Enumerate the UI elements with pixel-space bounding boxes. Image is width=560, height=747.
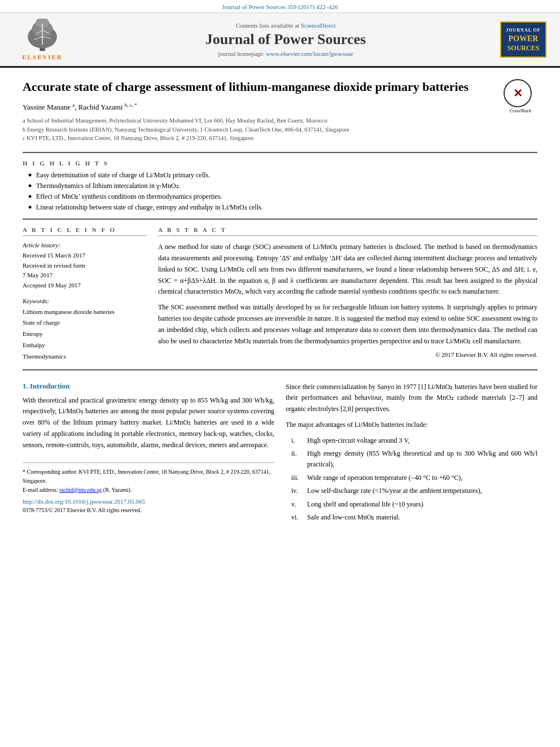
keyword-item: State of charge — [23, 317, 147, 329]
author-yazami: Rachid Yazami b, c, * — [78, 103, 137, 111]
received-date: Received 15 March 2017 — [23, 251, 147, 261]
highlights-section: H I G H L I G H T S Easy determination o… — [23, 160, 537, 212]
body-right-column: Since their commercialization by Sanyo i… — [286, 382, 537, 526]
journal-title: Journal of Power Sources — [73, 31, 498, 48]
body-left-column: 1. Introduction With theoretical and pra… — [23, 382, 274, 526]
journal-logo-right: JOURNAL OF POWER SOURCES — [498, 21, 549, 57]
issn-line: 0378-7753/© 2017 Elsevier B.V. All right… — [23, 507, 274, 513]
advantage-text-vi: Safe and low-cost MnO₂ material. — [307, 513, 400, 521]
keyword-item: Entropy — [23, 329, 147, 340]
journal-center: Contents lists available at ScienceDirec… — [73, 22, 498, 57]
roman-numeral-i: i. — [291, 435, 295, 446]
article-info-label: A R T I C L E I N F O — [23, 226, 147, 236]
advantage-item-iv: iv. Low self-discharge rate (<1%/year at… — [291, 486, 537, 496]
doi-link[interactable]: http://dx.doi.org/10.1016/j.jpowsour.201… — [23, 498, 274, 505]
badge-power-word: POWER — [506, 34, 540, 44]
copyright-line: © 2017 Elsevier B.V. All rights reserved… — [158, 351, 537, 358]
highlights-list: Easy determination of state of charge of… — [23, 171, 537, 212]
keyword-item: Thermodynamics — [23, 351, 147, 362]
advantages-intro: The major advantages of Li/MnO₂ batterie… — [286, 420, 537, 431]
roman-numeral-iii: iii. — [291, 473, 299, 483]
email-line: E-mail address: rachid@ntu.edu.sg (R. Ya… — [23, 486, 274, 495]
advantage-item-vi: vi. Safe and low-cost MnO₂ material. — [291, 512, 537, 523]
badge-journal-label: JOURNAL OF — [506, 28, 540, 33]
highlight-item: Thermodynamics of lithium intercalation … — [28, 182, 537, 190]
authors: Yassine Manane a, Rachid Yazami b, c, * — [23, 102, 537, 112]
intro-paragraph-2: Since their commercialization by Sanyo i… — [286, 382, 537, 415]
journal-citation: Journal of Power Sources 359 (2017) 422–… — [0, 0, 560, 13]
journal-header: ELSEVIER Contents lists available at Sci… — [0, 13, 560, 68]
advantage-text-i: High open-circuit voltage around 3 V, — [307, 436, 410, 444]
highlight-item: Easy determination of state of charge of… — [28, 171, 537, 180]
badge-sources-word: SOURCES — [508, 44, 540, 52]
intro-paragraph-1: With theoretical and practical gravimetr… — [23, 395, 274, 451]
advantage-text-iii: Wide range of operation temperature (−40… — [307, 474, 462, 482]
abstract-text: A new method for state of charge (SOC) a… — [158, 242, 537, 347]
abstract-paragraph-1: A new method for state of charge (SOC) a… — [158, 242, 537, 298]
intro-heading: 1. Introduction — [23, 382, 274, 391]
keywords-list: Lithium manganese dioxide batteries Stat… — [23, 307, 147, 362]
email-label: E-mail address: — [23, 487, 58, 493]
abstract-column: A B S T R A C T A new method for state o… — [158, 226, 537, 362]
keywords-section: Keywords: Lithium manganese dioxide batt… — [23, 298, 147, 362]
crossmark-icon: ✕ — [504, 79, 532, 107]
divider-after-affiliations — [23, 152, 537, 153]
email-suffix: (R. Yazami). — [103, 487, 132, 493]
roman-numeral-vi: vi. — [291, 512, 298, 523]
affiliations: a School of Industrial Management, Polyt… — [23, 116, 537, 143]
roman-numeral-iv: iv. — [291, 486, 298, 496]
homepage-line: journal homepage: www.elsevier.com/locat… — [73, 50, 498, 57]
highlight-item: Effect of MnO₂' synthesis conditions on … — [28, 193, 537, 201]
roman-numeral-ii: ii. — [291, 448, 297, 459]
abstract-label: A B S T R A C T — [158, 226, 537, 236]
corresponding-author-note: * Corresponding author. KVI PTE, LTD., I… — [23, 468, 274, 486]
advantages-list: i. High open-circuit voltage around 3 V,… — [286, 435, 537, 523]
main-content: Accurate state of charge assessment of l… — [0, 68, 560, 537]
advantage-text-v: Long shelf and operational life (~10 yea… — [307, 500, 423, 508]
article-title-text: Accurate state of charge assessment of l… — [23, 80, 469, 94]
divider-after-abstract — [23, 369, 537, 370]
science-direct-link[interactable]: ScienceDirect — [301, 22, 336, 29]
article-history: Article history: Received 15 March 2017 … — [23, 242, 147, 290]
advantage-item-iii: iii. Wide range of operation temperature… — [291, 473, 537, 483]
revised-date: 7 May 2017 — [23, 270, 147, 281]
affiliation-b: b Energy Research Institute (ERIAN), Nan… — [23, 125, 537, 134]
article-history-title: Article history: — [23, 242, 147, 248]
advantage-item-ii: ii. High energy density (855 Wh/kg theor… — [291, 448, 537, 469]
revised-label: Received in revised form — [23, 261, 147, 271]
body-section: 1. Introduction With theoretical and pra… — [23, 382, 537, 526]
highlight-item: Linear relationship between state of cha… — [28, 203, 537, 212]
roman-numeral-v: v. — [291, 499, 296, 510]
advantage-item-i: i. High open-circuit voltage around 3 V, — [291, 435, 537, 446]
author-manane: Yassine Manane a, — [23, 103, 78, 111]
accepted-date: Accepted 19 May 2017 — [23, 281, 147, 291]
homepage-link[interactable]: www.elsevier.com/locate/jpowsour — [266, 50, 353, 57]
article-title-section: Accurate state of charge assessment of l… — [23, 79, 537, 95]
affiliation-c: c KVI PTE, LTD., Innovation Center, 18 N… — [23, 134, 537, 143]
abstract-paragraph-2: The SOC assessment method was initially … — [158, 302, 537, 347]
elsevier-logo: ELSEVIER — [11, 19, 73, 60]
keywords-title: Keywords: — [23, 298, 147, 304]
divider-after-highlights — [23, 219, 537, 220]
elsevier-tree-icon — [20, 19, 65, 53]
highlights-label: H I G H L I G H T S — [23, 160, 537, 167]
elsevier-text: ELSEVIER — [22, 54, 63, 60]
journal-citation-text: Journal of Power Sources 359 (2017) 422–… — [222, 3, 338, 10]
advantage-text-ii: High energy density (855 Wh/kg theoretic… — [307, 449, 537, 468]
article-info-abstract-section: A R T I C L E I N F O Article history: R… — [23, 226, 537, 362]
advantage-text-iv: Low self-discharge rate (<1%/year at the… — [307, 487, 482, 495]
crossmark-badge: ✕ CrossMark — [504, 79, 537, 110]
email-link[interactable]: rachid@ntu.edu.sg — [59, 487, 102, 493]
keyword-item: Enthalpy — [23, 340, 147, 351]
footnote-section: * Corresponding author. KVI PTE, LTD., I… — [23, 462, 274, 513]
article-info-column: A R T I C L E I N F O Article history: R… — [23, 226, 147, 362]
power-sources-badge: JOURNAL OF POWER SOURCES — [500, 21, 546, 57]
advantage-item-v: v. Long shelf and operational life (~10 … — [291, 499, 537, 510]
keyword-item: Lithium manganese dioxide batteries — [23, 307, 147, 318]
contents-line: Contents lists available at ScienceDirec… — [73, 22, 498, 29]
affiliation-a: a School of Industrial Management, Polyt… — [23, 116, 537, 125]
